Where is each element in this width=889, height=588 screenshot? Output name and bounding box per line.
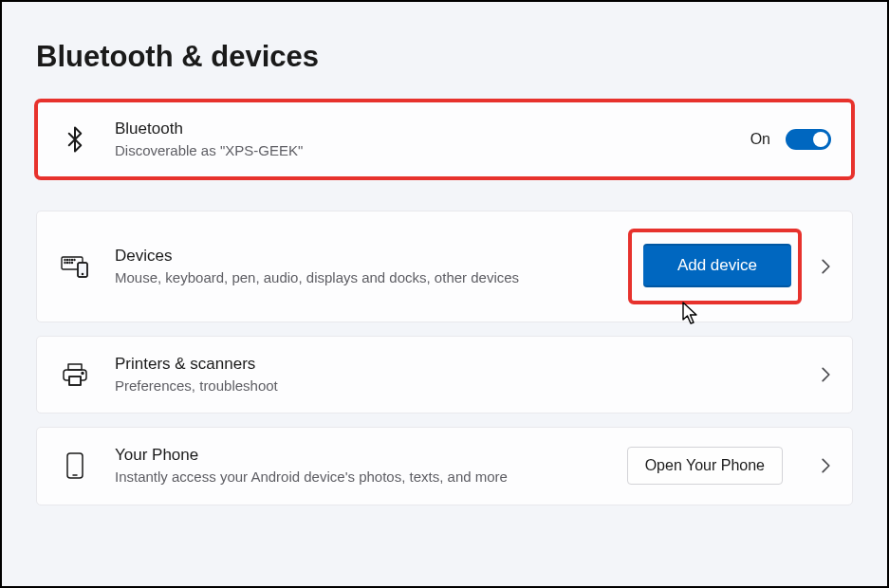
svg-point-9 (72, 263, 73, 264)
svg-rect-18 (67, 453, 83, 478)
svg-point-1 (65, 260, 65, 261)
add-device-button[interactable]: Add device (643, 244, 791, 287)
bluetooth-toggle-label: On (750, 131, 770, 148)
chevron-right-icon (821, 258, 831, 275)
bluetooth-subtitle: Discoverable as "XPS-GEEK" (115, 141, 750, 160)
printers-row[interactable]: Printers & scanners Preferences, trouble… (36, 336, 853, 413)
open-your-phone-button[interactable]: Open Your Phone (627, 447, 783, 485)
bluetooth-title: Bluetooth (115, 119, 750, 140)
your-phone-subtitle: Instantly access your Android device's p… (115, 468, 513, 487)
svg-rect-13 (68, 364, 82, 370)
svg-point-2 (67, 260, 68, 261)
chevron-right-icon (821, 457, 831, 474)
your-phone-title: Your Phone (115, 445, 627, 467)
chevron-right-icon (821, 366, 831, 383)
svg-point-17 (82, 373, 83, 375)
printers-title: Printers & scanners (115, 354, 798, 376)
add-device-highlight: Add device (632, 232, 798, 301)
bluetooth-toggle[interactable] (786, 129, 831, 150)
svg-point-4 (72, 260, 73, 261)
devices-title: Devices (115, 246, 632, 267)
printer-icon (58, 358, 92, 392)
svg-point-3 (69, 260, 70, 261)
svg-point-12 (82, 274, 83, 275)
devices-subtitle: Mouse, keyboard, pen, audio, displays an… (115, 268, 542, 287)
svg-point-6 (65, 263, 65, 264)
your-phone-row[interactable]: Your Phone Instantly access your Android… (36, 427, 853, 505)
devices-icon (58, 249, 92, 284)
page-title: Bluetooth & devices (36, 40, 853, 74)
svg-point-7 (67, 263, 68, 264)
phone-icon (58, 449, 92, 483)
bluetooth-icon (58, 122, 92, 156)
svg-point-5 (74, 260, 75, 261)
svg-point-8 (69, 263, 70, 264)
bluetooth-row[interactable]: Bluetooth Discoverable as "XPS-GEEK" On (36, 101, 853, 178)
devices-row[interactable]: Devices Mouse, keyboard, pen, audio, dis… (36, 211, 853, 322)
svg-rect-15 (69, 377, 81, 385)
printers-subtitle: Preferences, troubleshoot (115, 377, 798, 395)
